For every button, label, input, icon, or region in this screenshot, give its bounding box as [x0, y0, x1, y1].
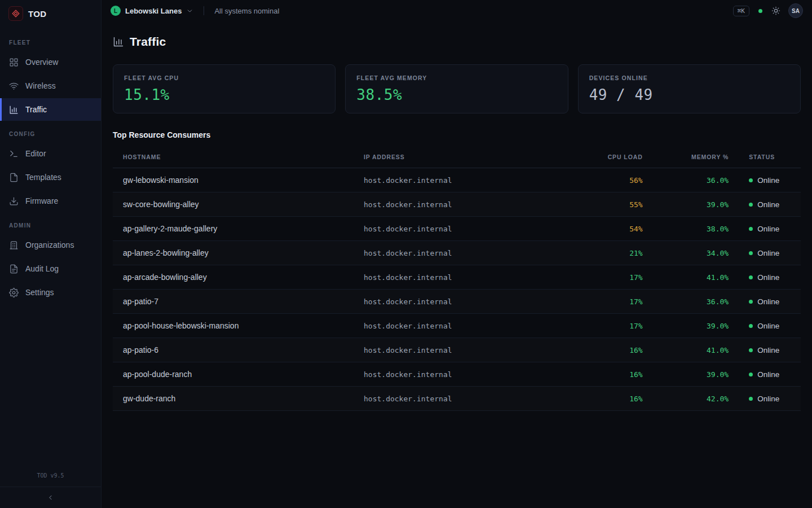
- grid-icon: [9, 57, 19, 67]
- sidebar-item-label: Wireless: [25, 81, 56, 90]
- stat-cards: FLEET AVG CPU15.1%FLEET AVG MEMORY38.5%D…: [113, 64, 801, 113]
- theme-toggle-sun-icon[interactable]: [771, 6, 780, 15]
- table-row[interactable]: sw-core-bowling-alleyhost.docker.interna…: [113, 192, 801, 217]
- status-label: Online: [757, 395, 779, 403]
- stat-label: FLEET AVG CPU: [124, 75, 324, 81]
- memory-cell: 42.0%: [653, 387, 739, 411]
- sidebar: TOD FLEETOverviewWirelessTrafficCONFIGEd…: [0, 0, 102, 508]
- online-status-dot-icon: [749, 397, 753, 401]
- gear-icon: [9, 287, 19, 297]
- status-cell: Online: [739, 217, 801, 241]
- sidebar-item-wireless[interactable]: Wireless: [0, 75, 101, 97]
- status-cell: Online: [739, 338, 801, 362]
- sidebar-item-settings[interactable]: Settings: [0, 281, 101, 304]
- table-row[interactable]: ap-arcade-bowling-alleyhost.docker.inter…: [113, 265, 801, 290]
- status-label: Online: [757, 370, 779, 379]
- cpu-load-cell: 17%: [577, 314, 653, 338]
- connection-status-dot: [758, 9, 762, 13]
- sidebar-item-label: Templates: [25, 173, 61, 182]
- command-palette-shortcut[interactable]: ⌘K: [733, 6, 749, 16]
- memory-cell: 34.0%: [653, 241, 739, 265]
- table-row[interactable]: ap-patio-6host.docker.internal16%41.0%On…: [113, 338, 801, 362]
- memory-cell: 41.0%: [653, 265, 739, 290]
- table-row[interactable]: ap-pool-dude-ranchhost.docker.internal16…: [113, 362, 801, 387]
- app-version: TOD v9.5: [0, 467, 101, 487]
- chevron-left-icon: [47, 494, 54, 501]
- online-status-dot-icon: [749, 324, 753, 328]
- table-row[interactable]: gw-lebowski-mansionhost.docker.internal5…: [113, 168, 801, 192]
- status-cell: Online: [739, 362, 801, 387]
- cpu-load-cell: 17%: [577, 290, 653, 314]
- memory-cell: 41.0%: [653, 338, 739, 362]
- sidebar-item-editor[interactable]: Editor: [0, 142, 101, 165]
- table-header-row: HOSTNAMEIP ADDRESSCPU LOADMEMORY %STATUS: [113, 146, 801, 168]
- hostname-cell: ap-patio-6: [113, 338, 354, 362]
- sidebar-item-overview[interactable]: Overview: [0, 51, 101, 73]
- org-avatar: L: [111, 6, 121, 16]
- cpu-load-cell: 16%: [577, 362, 653, 387]
- page-title: Traffic: [130, 35, 166, 49]
- table-row[interactable]: gw-dude-ranchhost.docker.internal16%42.0…: [113, 387, 801, 411]
- sidebar-collapse-button[interactable]: [0, 487, 101, 508]
- org-switcher[interactable]: L Lebowski Lanes: [111, 6, 193, 16]
- table-row[interactable]: ap-pool-house-lebowski-mansionhost.docke…: [113, 314, 801, 338]
- download-icon: [9, 196, 19, 206]
- app-root: TOD FLEETOverviewWirelessTrafficCONFIGEd…: [0, 0, 812, 508]
- online-status-dot-icon: [749, 227, 753, 231]
- sidebar-item-organizations[interactable]: Organizations: [0, 234, 101, 256]
- status-label: Online: [757, 225, 779, 233]
- status-cell: Online: [739, 314, 801, 338]
- sidebar-item-traffic[interactable]: Traffic: [0, 98, 101, 121]
- status-cell: Online: [739, 241, 801, 265]
- stat-label: DEVICES ONLINE: [589, 75, 789, 81]
- stat-value: 15.1%: [124, 86, 324, 103]
- status-label: Online: [757, 273, 779, 282]
- nav-section-label: CONFIG: [0, 122, 101, 142]
- status-label: Online: [757, 200, 779, 209]
- table-title: Top Resource Consumers: [113, 130, 801, 139]
- ip-address-cell: host.docker.internal: [354, 387, 577, 411]
- table-row[interactable]: ap-gallery-2-maude-galleryhost.docker.in…: [113, 217, 801, 241]
- sidebar-item-label: Firmware: [25, 196, 58, 205]
- nav-section-label: ADMIN: [0, 213, 101, 234]
- ip-address-cell: host.docker.internal: [354, 338, 577, 362]
- stat-card-devices-online: DEVICES ONLINE49 / 49: [578, 64, 801, 113]
- status-label: Online: [757, 249, 779, 257]
- memory-cell: 38.0%: [653, 217, 739, 241]
- cpu-load-cell: 54%: [577, 217, 653, 241]
- sidebar-item-label: Editor: [25, 149, 46, 158]
- hostname-cell: ap-arcade-bowling-alley: [113, 265, 354, 290]
- sidebar-nav: FLEETOverviewWirelessTrafficCONFIGEditor…: [0, 27, 101, 467]
- online-status-dot-icon: [749, 373, 753, 376]
- table-row[interactable]: ap-lanes-2-bowling-alleyhost.docker.inte…: [113, 241, 801, 265]
- online-status-dot-icon: [749, 300, 753, 304]
- wifi-icon: [9, 81, 19, 91]
- app-logo-icon: [8, 6, 23, 21]
- sidebar-item-label: Settings: [25, 288, 54, 297]
- stat-card-fleet-avg-cpu: FLEET AVG CPU15.1%: [113, 64, 336, 113]
- app-logo[interactable]: TOD: [0, 0, 101, 27]
- sidebar-item-label: Overview: [25, 58, 58, 67]
- column-header-hostname: HOSTNAME: [113, 146, 354, 168]
- sidebar-item-firmware[interactable]: Firmware: [0, 190, 101, 212]
- status-label: Online: [757, 322, 779, 330]
- cpu-load-cell: 16%: [577, 387, 653, 411]
- file-text-icon: [9, 264, 19, 274]
- user-avatar[interactable]: SA: [788, 3, 803, 18]
- sidebar-item-audit-log[interactable]: Audit Log: [0, 257, 101, 280]
- system-status-text: All systems nominal: [214, 7, 279, 15]
- sidebar-item-templates[interactable]: Templates: [0, 166, 101, 189]
- bar-chart-icon: [113, 36, 124, 47]
- hostname-cell: ap-pool-house-lebowski-mansion: [113, 314, 354, 338]
- online-status-dot-icon: [749, 275, 753, 279]
- cpu-load-cell: 16%: [577, 338, 653, 362]
- file-icon: [9, 172, 19, 182]
- ip-address-cell: host.docker.internal: [354, 168, 577, 192]
- resource-table: HOSTNAMEIP ADDRESSCPU LOADMEMORY %STATUS…: [113, 146, 801, 411]
- table-row[interactable]: ap-patio-7host.docker.internal17%36.0%On…: [113, 290, 801, 314]
- ip-address-cell: host.docker.internal: [354, 241, 577, 265]
- memory-cell: 36.0%: [653, 168, 739, 192]
- status-label: Online: [757, 176, 779, 185]
- nav-section-label: FLEET: [0, 30, 101, 51]
- nav-section: ADMINOrganizationsAudit LogSettings: [0, 213, 101, 304]
